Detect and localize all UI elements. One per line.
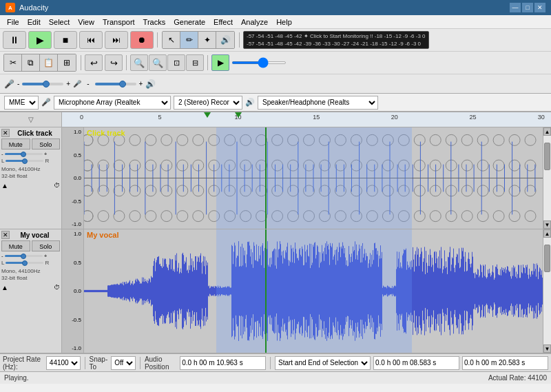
click-y-n1: -1.0 [62,221,83,227]
menu-select[interactable]: Select [45,17,74,28]
click-pan-l: L [1,158,4,164]
clipboard-tools: ✂ ⧉ 📋 ⊞ [3,54,76,72]
input-device-select[interactable]: Microphone Array (Realtek [54,96,171,110]
menu-help[interactable]: Help [272,17,296,28]
vocal-y-1: 1.0 [62,231,83,237]
zoom-controls: 🔍 🔍- ⊡ ⊟ [130,54,204,71]
vocal-y-n05: -0.5 [62,317,83,323]
ruler-mark-30: 30 [538,114,545,121]
menu-view[interactable]: View [74,17,98,28]
vocal-track-solo[interactable]: Solo [32,240,61,251]
input-gain-slider[interactable] [22,83,63,85]
menu-transport[interactable]: Transport [98,17,139,28]
scroll-track [543,136,551,220]
status-bar: Playing. Actual Rate: 44100 [0,371,551,384]
menu-file[interactable]: File [3,17,23,28]
click-track-header: ✕ Click track [1,129,60,137]
click-y-05: 0.5 [62,152,83,158]
vocal-pan-slider[interactable] [6,262,43,264]
copy-button[interactable]: ⧉ [22,54,40,71]
vocal-scrollbar[interactable]: ▲ ▼ [543,229,551,353]
close-button[interactable]: ✕ [534,3,545,12]
bottom-sep3 [270,357,271,369]
pause-button[interactable]: ⏸ [3,31,26,49]
mic-icon: 🎤 [4,79,14,89]
project-rate-select[interactable]: 44100 [46,356,81,370]
sp-sep2: + [139,80,143,87]
menu-generate[interactable]: Generate [169,17,209,28]
minimize-button[interactable]: — [510,3,521,12]
snap-to-select[interactable]: Off [111,356,136,370]
vocal-scroll-down[interactable]: ▼ [543,344,551,353]
zoom-fit-v-button[interactable]: ⊟ [186,54,204,71]
menu-tracks[interactable]: Tracks [139,17,170,28]
sep4 [126,55,127,70]
menu-edit[interactable]: Edit [23,17,45,28]
menu-analyze[interactable]: Analyze [237,17,272,28]
click-track-waveform: 1.0 0.5 0.0 -0.5 -1.0 Click track ▲ ▼ [62,127,551,229]
vocal-track-mute[interactable]: Mute [1,240,30,251]
zoom-out-button[interactable]: 🔍- [149,54,167,71]
scroll-up-arrow[interactable]: ▲ [543,127,551,136]
ruler-mark-20: 20 [391,114,398,121]
envelope-tool[interactable]: ✏ [180,32,198,48]
vocal-track-pan: L R [1,260,60,266]
vocal-gain-slider[interactable] [5,255,43,257]
vocal-track-arrow-up[interactable]: ▲ [1,284,8,291]
select-tool[interactable]: ↖ [163,32,180,48]
ruler-mark-0: 0 [80,114,83,121]
vocal-pan-l: L [1,260,4,266]
output-gain-slider[interactable] [95,83,136,85]
gain-minus: - [17,80,19,87]
click-track-gain: - + [1,151,60,157]
click-track-solo[interactable]: Solo [32,138,61,149]
vocal-track-gain: - + [1,253,60,259]
zoom-tool[interactable]: 🔊 [216,32,234,48]
click-track-mute[interactable]: Mute [1,138,30,149]
click-pan-slider[interactable] [6,160,43,162]
stop-button[interactable]: ■ [54,31,77,49]
output-device-select[interactable]: Speaker/Headphone (Realts [258,96,378,110]
draw-tool[interactable]: ✦ [198,32,216,48]
click-track-footer: ▲ ⏱ [1,182,60,189]
scroll-thumb[interactable] [544,143,550,170]
vocal-scroll-up[interactable]: ▲ [543,229,551,238]
vocal-scroll-thumb[interactable] [544,245,550,272]
bottom-bar: Project Rate (Hz): 44100 Snap-To Off Aud… [0,353,551,371]
zoom-fit-button[interactable]: ⊡ [167,54,185,71]
click-scrollbar[interactable]: ▲ ▼ [543,127,551,229]
menu-effect[interactable]: Effect [209,17,237,28]
play-speed-button[interactable]: ▶ [211,54,229,71]
cut-button[interactable]: ✂ [4,54,22,71]
trim-button[interactable]: ⊞ [58,54,76,71]
audio-host-select[interactable]: MME [4,96,39,110]
mic-icon3: 🎤 [41,98,51,107]
audio-position-input[interactable] [180,356,266,370]
vocal-track-name: My vocal [10,231,60,239]
undo-button[interactable]: ↩ [85,54,103,71]
input-channels-select[interactable]: 2 (Stereo) Recor [174,96,242,110]
selection-format-select[interactable]: Start and End of Selection [275,356,371,370]
click-gain-slider[interactable] [5,153,43,155]
record-button[interactable]: ⏺ [130,31,154,49]
skip-start-button[interactable]: ⏮ [79,31,103,49]
selection-end-input[interactable] [462,356,548,370]
redo-button[interactable]: ↪ [105,54,123,71]
vocal-y-05: 0.5 [62,260,83,266]
app-icon: A [6,3,15,12]
click-y-n05: -0.5 [62,198,83,205]
play-button[interactable]: ▶ [28,31,52,49]
maximize-button[interactable]: □ [522,3,533,12]
title-bar-left: A Audacity [6,3,48,12]
selection-start-input[interactable] [373,356,459,370]
click-track-close[interactable]: ✕ [1,129,10,137]
vocal-track-close[interactable]: ✕ [1,231,10,239]
edit-toolbar: ✂ ⧉ 📋 ⊞ ↩ ↪ 🔍 🔍- ⊡ ⊟ ▶ [0,52,551,74]
speed-slider[interactable] [231,61,287,64]
paste-button[interactable]: 📋 [40,54,58,71]
click-track-arrow-up[interactable]: ▲ [1,182,8,189]
scroll-down-arrow[interactable]: ▼ [543,220,551,229]
zoom-in-button[interactable]: 🔍 [130,54,148,71]
skip-end-button[interactable]: ⏭ [105,31,128,49]
vocal-track-waveform: 1.0 0.5 0.0 -0.5 -1.0 My vocal ▲ ▼ [62,229,551,353]
